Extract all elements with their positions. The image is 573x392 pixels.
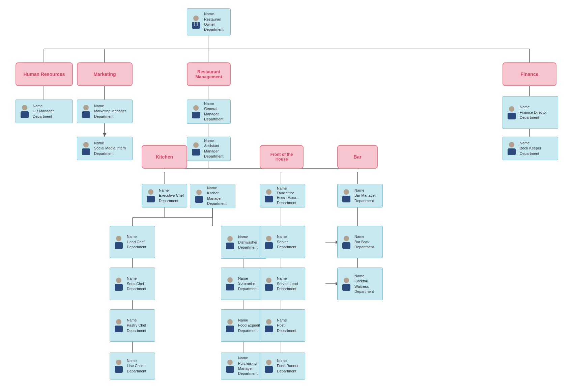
- mkt-dept-box: Marketing: [77, 62, 133, 86]
- bar-mgr-card: Name Bar Manager Department: [337, 184, 383, 207]
- svg-point-51: [83, 142, 89, 147]
- asst-mgr-card: Name Assistant Manager Department: [187, 137, 231, 161]
- svg-point-71: [196, 190, 202, 195]
- fin-dir-role: Finance Director: [520, 110, 547, 115]
- bar-label: Bar: [353, 154, 361, 160]
- hr-name: Name: [33, 104, 54, 109]
- fr-name: Name: [277, 358, 298, 363]
- hc-role: Head Chef: [127, 240, 146, 245]
- sc-info: Name Sous Chef Department: [127, 276, 146, 291]
- kitchen-label: Kitchen: [156, 154, 173, 160]
- hr-dept: Department: [33, 114, 54, 119]
- mkt-mgr-avatar: [80, 104, 92, 119]
- lc-dept: Department: [127, 369, 146, 374]
- svg-rect-94: [342, 242, 350, 249]
- svg-rect-45: [194, 22, 195, 26]
- svg-point-81: [266, 189, 271, 195]
- svg-point-87: [266, 319, 271, 325]
- server-lead-card: Name Server, Lead Department: [260, 268, 305, 300]
- svg-point-95: [344, 278, 349, 283]
- hr-manager-card: Name HR Manager Department: [16, 100, 73, 123]
- svg-point-93: [344, 236, 349, 241]
- host-name: Name: [277, 318, 296, 323]
- svg-point-55: [193, 142, 199, 148]
- svg-rect-66: [115, 284, 123, 291]
- srv-avatar: [263, 235, 275, 250]
- pc-dept: Department: [127, 328, 146, 333]
- host-card: Name Host Department: [260, 309, 305, 342]
- head-chef-card: Name Head Chef Department: [110, 226, 155, 258]
- cw-name: Name: [354, 274, 380, 279]
- sc-avatar: [113, 277, 125, 291]
- bk-dept: Department: [520, 151, 541, 156]
- line-cook-card: Name Line Cook Department: [110, 353, 155, 380]
- foh-label: Front of the House: [264, 152, 299, 162]
- social-intern-card: Name Social Media Intern Department: [77, 137, 133, 160]
- lc-avatar: [113, 359, 125, 373]
- ec-avatar: [145, 188, 157, 203]
- svg-rect-72: [195, 196, 203, 203]
- owner-avatar: [190, 15, 202, 29]
- hr-role: HR Manager: [33, 109, 54, 114]
- bb-dept: Department: [354, 245, 374, 250]
- som-role: Sommelier: [238, 281, 257, 286]
- bk-avatar: [506, 141, 518, 156]
- mkt-mgr-role: Marketing Manager: [94, 109, 126, 114]
- svg-point-69: [116, 360, 121, 365]
- svg-rect-92: [342, 196, 350, 202]
- fohm-dept: Department: [277, 200, 302, 205]
- svg-rect-60: [508, 148, 516, 155]
- svg-rect-70: [115, 366, 123, 373]
- km-role: Kitchen Manager: [207, 191, 232, 201]
- lc-info: Name Line Cook Department: [127, 358, 146, 374]
- owner-role: Restauran Owner: [204, 17, 228, 27]
- kitchen-mgr-card: Name Kitchen Manager Department: [190, 184, 235, 208]
- host-avatar: [263, 318, 275, 333]
- gm-role: General Manager: [204, 106, 228, 117]
- fr-role: Food Runner: [277, 363, 298, 368]
- svg-rect-86: [265, 284, 273, 291]
- cw-info: Name Cocktail Waitress Department: [354, 274, 380, 295]
- fe-avatar: [224, 318, 236, 333]
- svg-rect-74: [226, 243, 234, 249]
- km-avatar: [193, 189, 205, 203]
- fin-dir-info: Name Finance Director Department: [520, 105, 547, 120]
- svg-point-83: [266, 236, 271, 241]
- svg-point-79: [227, 360, 233, 365]
- svg-rect-88: [265, 326, 273, 332]
- bm-avatar: [340, 188, 352, 203]
- bm-dept: Department: [354, 198, 376, 203]
- bk-role: Book Keeper: [520, 146, 541, 151]
- svg-rect-46: [197, 22, 198, 26]
- pastry-chef-card: Name Pastry Chef Department: [110, 309, 155, 342]
- social-role: Social Media Intern: [94, 146, 126, 151]
- cw-avatar: [340, 277, 352, 291]
- svg-rect-58: [508, 113, 516, 119]
- hr-info: Name HR Manager Department: [33, 104, 54, 119]
- ec-name: Name: [159, 188, 184, 193]
- hr-dept-box: Human Resources: [16, 62, 73, 86]
- ec-dept: Department: [159, 198, 184, 203]
- km-name: Name: [207, 186, 232, 191]
- ec-info: Name Executive Chef Department: [159, 188, 184, 203]
- food-runner-card: Name Food Runner Department: [260, 353, 305, 380]
- rest-mgmt-label: Restaurant Management: [191, 69, 227, 79]
- km-dept: Department: [207, 201, 232, 206]
- cocktail-card: Name Cocktail Waitress Department: [337, 268, 383, 300]
- bb-role: Bar Back: [354, 240, 374, 245]
- cw-role: Cocktail Waitress: [354, 279, 380, 289]
- bar-dept-box: Bar: [337, 145, 378, 169]
- exec-chef-card: Name Executive Chef Department: [142, 184, 187, 207]
- org-chart: Name Restauran Owner Department Human Re…: [0, 0, 573, 392]
- svg-rect-54: [192, 112, 200, 118]
- hc-avatar: [113, 235, 125, 250]
- bb-info: Name Bar Back Department: [354, 234, 374, 250]
- svg-point-57: [509, 106, 514, 112]
- am-name: Name: [204, 138, 228, 143]
- server-card: Name Server Department: [260, 226, 305, 258]
- svg-rect-62: [147, 196, 155, 202]
- som-avatar: [224, 276, 236, 291]
- book-keeper-card: Name Book Keeper Department: [503, 137, 558, 160]
- svg-rect-64: [115, 242, 123, 249]
- bb-name: Name: [354, 234, 374, 239]
